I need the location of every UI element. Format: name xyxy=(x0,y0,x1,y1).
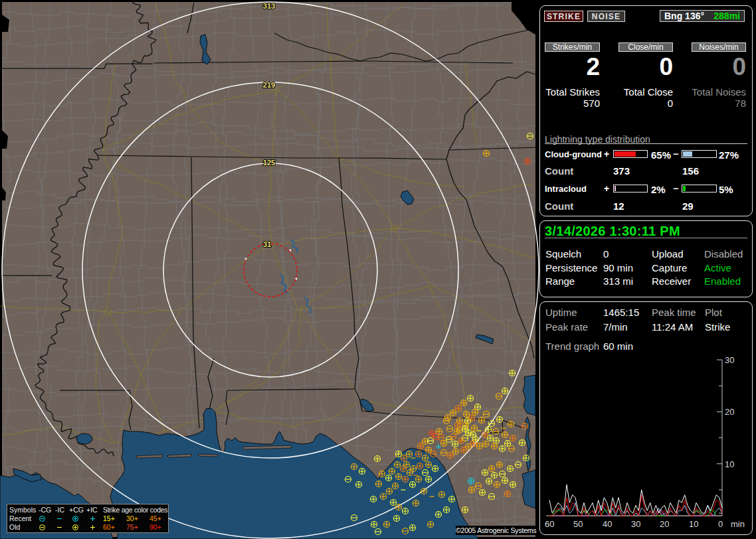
svg-text:60: 60 xyxy=(545,519,554,529)
svg-text:313: 313 xyxy=(263,2,275,10)
svg-text:10: 10 xyxy=(725,459,734,469)
svg-text:219: 219 xyxy=(263,81,275,89)
svg-text:20: 20 xyxy=(660,519,669,529)
svg-text:40: 40 xyxy=(603,519,612,529)
svg-text:31: 31 xyxy=(263,240,271,248)
svg-text:10: 10 xyxy=(689,519,698,529)
svg-text:30: 30 xyxy=(631,519,640,529)
svg-text:50: 50 xyxy=(573,519,583,529)
svg-text:0: 0 xyxy=(718,519,723,529)
svg-text:30: 30 xyxy=(725,355,734,365)
svg-text:min: min xyxy=(731,519,745,529)
svg-text:20: 20 xyxy=(725,407,734,417)
svg-text:125: 125 xyxy=(263,159,275,167)
